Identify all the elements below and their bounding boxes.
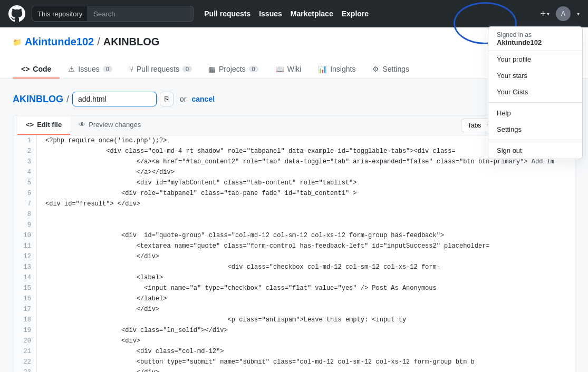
filename-input[interactable] (72, 92, 157, 106)
line-number: 17 (13, 304, 37, 315)
line-content: <p class="antispam">Leave this empty: <i… (37, 315, 575, 325)
table-row: 18 <p class="antispam">Leave this empty:… (13, 315, 575, 325)
explore-link[interactable]: Explore (342, 9, 369, 18)
repo-name-link[interactable]: AKINBLOG (13, 94, 63, 105)
pr-count: 0 (182, 66, 192, 72)
line-content: <div role="tabpanel" class="tab-pane fad… (37, 188, 575, 199)
tab-wiki[interactable]: 📖 Wiki (267, 61, 310, 79)
projects-count: 0 (249, 66, 258, 72)
line-content: <div class="ln_solid"></div> (37, 325, 575, 336)
dropdown-your-profile[interactable]: Your profile (488, 51, 582, 67)
code-icon: <> (21, 65, 30, 73)
search-placeholder: Search (93, 10, 115, 18)
line-number: 20 (13, 336, 37, 346)
avatar[interactable]: A (556, 6, 571, 21)
line-content: <div class="col-md-12"> (37, 346, 575, 357)
line-number: 2 (13, 146, 37, 156)
table-row: 20 <div> (13, 336, 575, 346)
dropdown-settings[interactable]: Settings (488, 121, 582, 138)
signed-in-as-label: Signed in as (497, 31, 532, 38)
repo-context: This repository (32, 6, 88, 22)
table-row: 4 </a></div> (13, 167, 575, 178)
line-content: <div class="checkbox col-md-12 col-sm-12… (37, 262, 575, 272)
issues-link[interactable]: Issues (259, 9, 282, 18)
line-content: </div> (37, 304, 575, 315)
tab-issues[interactable]: ⚠ Issues 0 (60, 61, 121, 79)
line-content: <textarea name="quote" class="form-contr… (37, 241, 575, 251)
dropdown-your-stars[interactable]: Your stars (488, 67, 582, 84)
table-row: 21 <div class="col-md-12"> (13, 346, 575, 357)
breadcrumb-separator: / (97, 36, 100, 48)
issues-count: 0 (103, 66, 112, 72)
pull-requests-link[interactable]: Pull requests (204, 9, 250, 18)
path-separator: / (66, 94, 69, 105)
avatar-chevron-icon[interactable]: ▾ (577, 11, 580, 17)
table-row: 5 <div id="myTabContent" class="tab-cont… (13, 178, 575, 188)
line-number: 19 (13, 325, 37, 336)
projects-icon: ▦ (209, 65, 216, 73)
navbar-links: Pull requests Issues Marketplace Explore (204, 9, 369, 18)
user-dropdown-menu: Signed in as Akintunde102 Your profile Y… (488, 26, 583, 159)
line-number: 21 (13, 346, 37, 357)
pr-icon: ⑂ (129, 65, 133, 73)
line-number: 14 (13, 272, 37, 283)
repo-owner-link[interactable]: Akintunde102 (25, 36, 94, 48)
preview-changes-tab[interactable]: 👁 Preview changes (70, 115, 149, 135)
copy-path-button[interactable]: ⎘ (160, 92, 173, 106)
edit-file-tab[interactable]: <> Edit file (17, 115, 70, 135)
navbar: This repository Search Pull requests Iss… (0, 0, 588, 27)
new-item-button[interactable]: + ▾ (540, 8, 550, 19)
dropdown-your-gists[interactable]: Your Gists (488, 84, 582, 100)
chevron-down-icon: ▾ (547, 11, 550, 17)
line-number: 7 (13, 199, 37, 209)
line-number: 9 (13, 220, 37, 230)
line-number: 4 (13, 167, 37, 178)
line-number: 1 (13, 135, 37, 146)
table-row: 7<div id="fresult"> </div> (13, 199, 575, 209)
line-content: </label> (37, 293, 575, 304)
line-number: 23 (13, 367, 37, 372)
dropdown-username: Akintunde102 (497, 38, 574, 46)
line-number: 6 (13, 188, 37, 199)
settings-icon: ⚙ (372, 65, 379, 73)
line-number: 10 (13, 230, 37, 241)
line-number: 8 (13, 209, 37, 220)
tab-pull-requests[interactable]: ⑂ Pull requests 0 (121, 61, 200, 79)
search-input[interactable]: Search (88, 6, 194, 22)
marketplace-link[interactable]: Marketplace (291, 9, 333, 18)
tab-settings[interactable]: ⚙ Settings (364, 61, 418, 79)
or-text: or (180, 95, 186, 103)
line-number: 15 (13, 283, 37, 293)
line-number: 13 (13, 262, 37, 272)
line-content: <button type="submit" name="submit" clas… (37, 357, 575, 367)
tab-projects[interactable]: ▦ Projects 0 (200, 61, 267, 79)
tab-code[interactable]: <> Code (13, 61, 60, 79)
line-content: <div id="myTabContent" class="tab-conten… (37, 178, 575, 188)
line-content: <div id="fresult"> </div> (37, 199, 575, 209)
line-content: <div> (37, 336, 575, 346)
line-content: </a></div> (37, 167, 575, 178)
table-row: 14 <label> (13, 272, 575, 283)
table-row: 13 <div class="checkbox col-md-12 col-sm… (13, 262, 575, 272)
edit-icon: <> (26, 121, 34, 129)
line-number: 12 (13, 251, 37, 262)
line-content: <input name="a" type="checkbox" class="f… (37, 283, 575, 293)
line-number: 16 (13, 293, 37, 304)
issues-icon: ⚠ (68, 65, 75, 73)
line-number: 11 (13, 241, 37, 251)
github-logo[interactable] (8, 5, 25, 22)
tab-insights[interactable]: 📊 Insights (310, 61, 364, 79)
table-row: 9 (13, 220, 575, 230)
dropdown-sign-out[interactable]: Sign out (488, 142, 582, 159)
code-editor[interactable]: 1<?php require_once('inc.php');?>2 <div … (13, 135, 575, 372)
table-row: 10 <div id="quote-group" class="col-md-1… (13, 230, 575, 241)
dropdown-header: Signed in as Akintunde102 (488, 27, 582, 51)
cancel-link[interactable]: cancel (191, 95, 215, 103)
navbar-right: + ▾ A ▾ (540, 6, 580, 21)
repo-name: AKINBLOG (103, 36, 160, 48)
dropdown-divider-2 (488, 140, 582, 140)
dropdown-help[interactable]: Help (488, 105, 582, 121)
table-row: 8 (13, 209, 575, 220)
line-content: <div id="quote-group" class="col-md-12 c… (37, 230, 575, 241)
line-number: 5 (13, 178, 37, 188)
